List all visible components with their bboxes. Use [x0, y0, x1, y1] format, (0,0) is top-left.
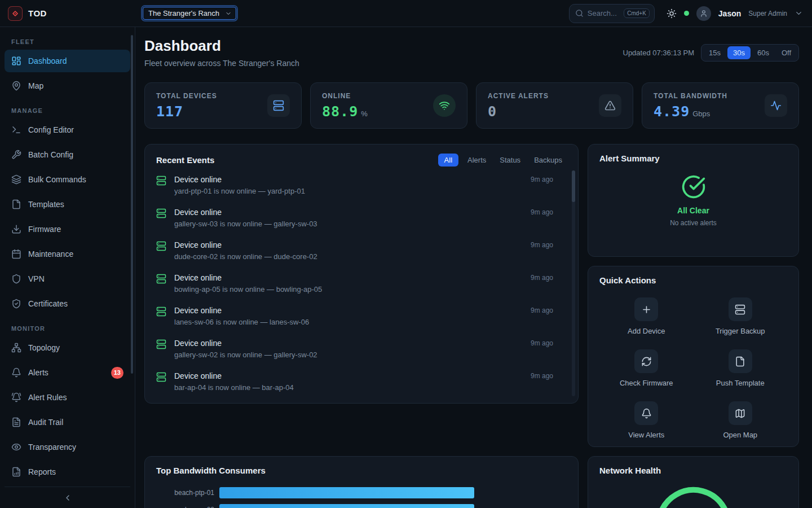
section-label-manage: MANAGE [5, 99, 130, 119]
add-device-button[interactable]: Add Device [628, 297, 665, 335]
wrench-icon [11, 150, 21, 160]
topbar: TOD The Stranger's Ranch Cmd+K Jason Sup… [0, 0, 812, 27]
sidebar-item-firmware[interactable]: Firmware [5, 218, 130, 240]
bandwidth-chart: beach-ptp-01 bar-ap-02 [156, 484, 567, 508]
tab-all[interactable]: All [438, 154, 458, 167]
sidebar-item-transparency[interactable]: Transparency [5, 436, 130, 458]
quick-action-label: View Alerts [628, 431, 664, 439]
user-menu-chevron-icon[interactable] [795, 9, 803, 17]
event-row[interactable]: Device online lanes-sw-06 is now online … [156, 300, 553, 332]
server-icon [156, 208, 166, 218]
server-icon [156, 241, 166, 251]
wifi-icon [433, 94, 456, 117]
bandwidth-device-label: bar-ap-02 [156, 506, 219, 508]
check-circle-icon [681, 174, 706, 199]
sidebar-collapse-button[interactable] [5, 487, 130, 508]
page-subtitle: Fleet overview across The Stranger's Ran… [144, 59, 299, 68]
event-row[interactable]: Device online dude-core-02 is now online… [156, 234, 553, 267]
sidebar-scrollbar[interactable] [131, 35, 133, 374]
alert-summary-title: Alert Summary [599, 154, 787, 163]
section-label-monitor: MONITOR [5, 317, 130, 336]
stat-label: TOTAL DEVICES [156, 92, 217, 100]
refresh-option-30s[interactable]: 30s [727, 46, 751, 59]
event-row[interactable]: Device online bowling-ap-05 is now onlin… [156, 267, 553, 300]
sidebar-item-bulk-commands[interactable]: Bulk Commands [5, 168, 130, 191]
open-map-button[interactable]: Open Map [723, 401, 757, 439]
file-icon [11, 199, 21, 209]
alerts-count-badge: 13 [111, 367, 123, 379]
quick-action-label: Add Device [628, 327, 665, 335]
quick-action-label: Check Firmware [620, 379, 673, 387]
refresh-option-off[interactable]: Off [776, 46, 797, 59]
sidebar-item-audit-trail[interactable]: Audit Trail [5, 411, 130, 433]
push-template-button[interactable]: Push Template [716, 349, 765, 387]
event-row[interactable]: Device online perimeter-ptp-01 is now on… [156, 398, 553, 403]
layers-icon [11, 174, 21, 185]
bandwidth-device-label: beach-ptp-01 [156, 489, 219, 497]
sidebar-item-maintenance[interactable]: Maintenance [5, 243, 130, 265]
chevron-down-icon [225, 10, 232, 17]
theme-toggle-button[interactable] [667, 8, 677, 19]
avatar[interactable] [696, 6, 711, 21]
event-detail: gallery-sw-02 is now online — gallery-sw… [174, 351, 317, 360]
sidebar-item-config-editor[interactable]: Config Editor [5, 119, 130, 141]
search-box[interactable]: Cmd+K [569, 4, 655, 23]
tab-alerts[interactable]: Alerts [463, 154, 491, 167]
event-title: Device online [174, 240, 317, 250]
sidebar-item-label: Templates [28, 200, 64, 209]
sidebar-item-label: Alert Rules [28, 393, 67, 402]
refresh-option-15s[interactable]: 15s [703, 46, 726, 59]
event-detail: lanes-sw-06 is now online — lanes-sw-06 [174, 318, 309, 327]
tab-backups[interactable]: Backups [529, 154, 567, 167]
search-input[interactable] [588, 9, 620, 17]
event-detail: dude-core-02 is now online — dude-core-0… [174, 252, 317, 261]
topbar-right: Cmd+K Jason Super Admin [569, 4, 812, 23]
sidebar-item-templates[interactable]: Templates [5, 193, 130, 216]
alert-triangle-icon [599, 94, 621, 117]
alert-detail-text: No active alerts [670, 219, 717, 227]
site-selector[interactable]: The Stranger's Ranch [143, 7, 236, 20]
sidebar-item-certificates[interactable]: Certificates [5, 292, 130, 315]
event-row[interactable]: Device online bar-ap-04 is now online — … [156, 365, 553, 398]
quick-action-label: Push Template [716, 379, 765, 387]
tab-status[interactable]: Status [495, 154, 525, 167]
network-health-title: Network Health [599, 466, 787, 475]
sidebar-item-label: Topology [28, 343, 60, 352]
page-title: Dashboard [144, 37, 299, 55]
event-time: 9m ago [531, 273, 553, 282]
sidebar-item-topology[interactable]: Topology [5, 336, 130, 359]
file-icon [729, 349, 752, 373]
bandwidth-row: beach-ptp-01 [156, 484, 567, 501]
server-icon [156, 372, 166, 382]
events-scrollbar-thumb[interactable] [572, 170, 575, 202]
sidebar-item-label: Firmware [28, 225, 61, 234]
sidebar-item-alerts[interactable]: Alerts 13 [5, 361, 130, 384]
recent-events-title: Recent Events [156, 155, 214, 165]
app-name: TOD [28, 8, 47, 18]
trigger-backup-button[interactable]: Trigger Backup [716, 297, 765, 335]
server-icon [267, 94, 290, 117]
event-row[interactable]: Device online gallery-sw-02 is now onlin… [156, 332, 553, 365]
sidebar-item-vpn[interactable]: VPN [5, 268, 130, 290]
sidebar-item-dashboard[interactable]: Dashboard [5, 50, 130, 72]
sidebar-item-map[interactable]: Map [5, 75, 130, 97]
events-list: Device online yard-ptp-01 is now online … [156, 169, 567, 403]
event-row[interactable]: Device online gallery-sw-03 is now onlin… [156, 202, 553, 234]
sidebar-item-reports[interactable]: Reports [5, 461, 130, 483]
view-alerts-button[interactable]: View Alerts [628, 401, 664, 439]
check-firmware-button[interactable]: Check Firmware [620, 349, 673, 387]
bell-ring-icon [11, 392, 21, 402]
events-scrollbar[interactable] [572, 170, 575, 396]
dashboard-grid-icon [11, 56, 21, 66]
stats-row: TOTAL DEVICES 117 ONLINE 88.9 % [144, 82, 799, 129]
sidebar-item-batch-config[interactable]: Batch Config [5, 143, 130, 166]
sidebar-item-label: Dashboard [28, 56, 67, 65]
refresh-option-60s[interactable]: 60s [752, 46, 775, 59]
event-row[interactable]: Device online yard-ptp-01 is now online … [156, 169, 553, 202]
sidebar-item-label: VPN [28, 274, 45, 283]
event-time: 9m ago [531, 305, 553, 314]
event-title: Device online [174, 207, 317, 217]
sidebar-item-alert-rules[interactable]: Alert Rules [5, 386, 130, 409]
map-icon [729, 401, 752, 425]
section-label-fleet: FLEET [5, 30, 130, 50]
